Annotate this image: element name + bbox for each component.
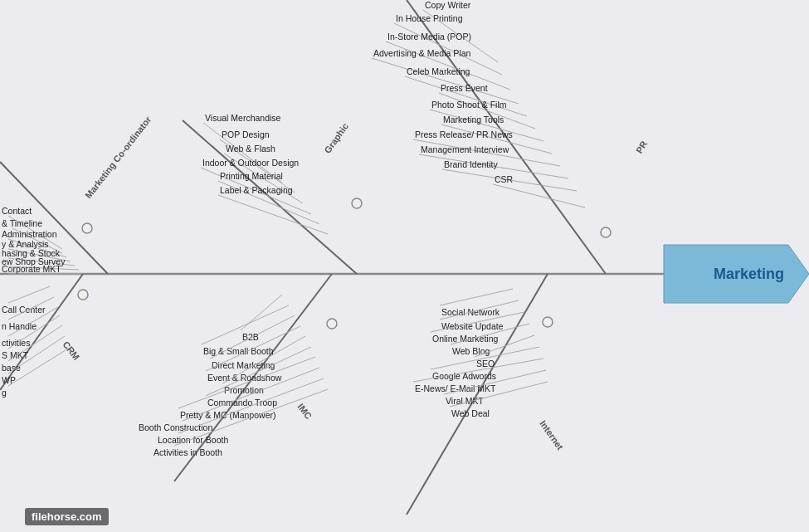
- svg-text:WP: WP: [2, 375, 16, 385]
- svg-text:Web Deal: Web Deal: [451, 408, 490, 418]
- svg-text:POP Design: POP Design: [222, 129, 270, 139]
- svg-text:Administration: Administration: [2, 229, 57, 239]
- svg-text:Photo Shoot & Film: Photo Shoot & Film: [431, 100, 507, 110]
- svg-text:Marketing: Marketing: [714, 266, 784, 282]
- svg-text:CSR: CSR: [495, 174, 514, 184]
- svg-text:Call Center: Call Center: [2, 305, 46, 315]
- svg-text:Pretty & MC (Manpower): Pretty & MC (Manpower): [180, 410, 276, 420]
- svg-text:Marketing Tools: Marketing Tools: [443, 115, 504, 124]
- svg-text:g: g: [2, 388, 7, 398]
- fishbone-diagram: Marketing Marketing Co-ordinator Contact…: [0, 0, 809, 532]
- svg-text:Management Interview: Management Interview: [421, 144, 509, 154]
- svg-point-24: [352, 198, 362, 208]
- svg-text:& Timeline: & Timeline: [2, 218, 42, 228]
- svg-text:Celeb Marketing: Celeb Marketing: [407, 66, 470, 76]
- svg-point-83: [327, 319, 337, 329]
- svg-point-7: [82, 223, 92, 233]
- svg-text:Press Release/ PR News: Press Release/ PR News: [415, 129, 513, 139]
- watermark-text: filehorse.com: [32, 510, 102, 523]
- svg-text:Activities in Booth: Activities in Booth: [154, 447, 222, 457]
- svg-text:Advertising & Media Plan: Advertising & Media Plan: [373, 48, 470, 58]
- svg-text:Viral MKT: Viral MKT: [446, 396, 484, 406]
- svg-point-39: [601, 227, 611, 237]
- svg-text:Online Marketing: Online Marketing: [432, 334, 499, 344]
- svg-text:Location for Booth: Location for Booth: [158, 435, 228, 445]
- svg-text:Brand Identity: Brand Identity: [444, 159, 499, 169]
- svg-text:Direct Marketing: Direct Marketing: [212, 360, 275, 370]
- svg-text:Corporate MKT: Corporate MKT: [2, 264, 61, 274]
- svg-text:In House Printing: In House Printing: [396, 13, 463, 23]
- diagram-svg: Marketing Marketing Co-ordinator Contact…: [0, 0, 809, 532]
- svg-text:ctivities: ctivities: [2, 338, 30, 348]
- svg-text:Indoor & Outdoor Design: Indoor & Outdoor Design: [202, 158, 299, 168]
- svg-text:SEO: SEO: [476, 359, 495, 368]
- svg-text:Promotion: Promotion: [224, 385, 264, 395]
- svg-text:Commando Troop: Commando Troop: [207, 398, 277, 408]
- svg-text:S MKT: S MKT: [2, 350, 29, 360]
- svg-text:Printing Material: Printing Material: [220, 171, 283, 181]
- svg-text:Booth Construction: Booth Construction: [139, 422, 212, 432]
- svg-text:Web & Flash: Web & Flash: [226, 144, 275, 154]
- svg-text:Visual Merchandise: Visual Merchandise: [205, 113, 281, 123]
- svg-text:In-Store Media (POP): In-Store Media (POP): [387, 32, 471, 41]
- svg-point-106: [543, 317, 553, 327]
- svg-text:Big & Small Booth: Big & Small Booth: [203, 346, 274, 356]
- svg-point-66: [78, 290, 88, 300]
- svg-text:Copy Writer: Copy Writer: [425, 0, 471, 10]
- svg-text:Press Event: Press Event: [441, 83, 488, 93]
- svg-text:Label & Packaging: Label & Packaging: [220, 185, 293, 195]
- svg-text:Contact: Contact: [2, 206, 32, 216]
- watermark: filehorse.com: [25, 508, 109, 525]
- svg-text:Web Blog: Web Blog: [452, 346, 490, 356]
